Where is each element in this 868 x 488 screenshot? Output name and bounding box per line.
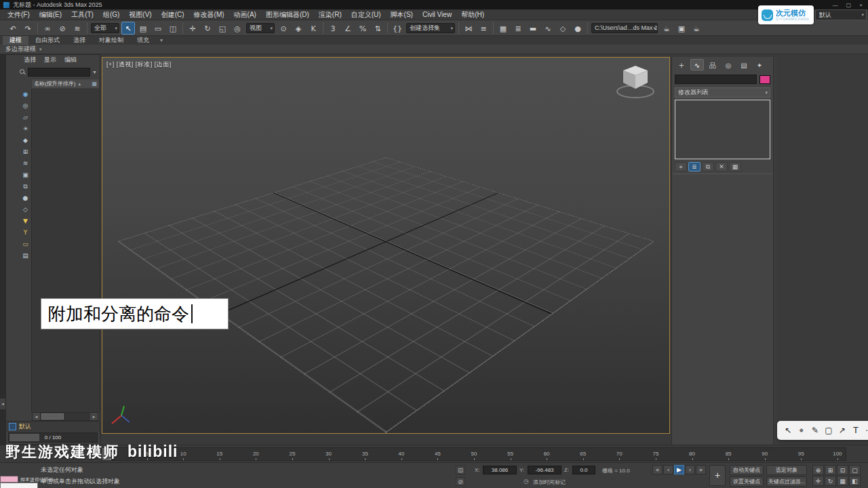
explorer-object-list[interactable] xyxy=(31,89,100,412)
pan-button[interactable]: ✛ xyxy=(812,476,824,486)
create-tab[interactable]: + xyxy=(675,59,688,70)
display-geometry-icon[interactable]: ◎ xyxy=(20,100,31,112)
zoom-button[interactable]: ⊕ xyxy=(812,465,824,475)
render-production-icon[interactable]: ☕ xyxy=(690,22,703,35)
hierarchy-tab[interactable]: 品 xyxy=(706,59,719,70)
sort-alphabetical-icon[interactable]: ▼ xyxy=(20,216,31,227)
bind-spacewarp-icon[interactable]: ≋ xyxy=(71,22,84,35)
undo-icon[interactable]: ↶ xyxy=(6,22,20,35)
minimize-button[interactable]: — xyxy=(833,2,838,8)
toolbar-separator[interactable] xyxy=(87,22,87,34)
display-cameras-icon[interactable]: ◆ xyxy=(20,135,31,146)
use-pivot-center-icon[interactable]: ⊙ xyxy=(277,22,290,35)
arrow-icon[interactable]: ↗ xyxy=(837,426,848,435)
toolbar-separator[interactable] xyxy=(323,22,323,34)
menu-create[interactable]: 创建(C) xyxy=(157,9,189,20)
menu-file[interactable]: 文件(F) xyxy=(3,9,35,20)
motion-tab[interactable]: ◎ xyxy=(722,59,735,70)
set-key-mode-button[interactable]: 设置关键点 xyxy=(730,476,764,487)
scrollbar-track[interactable] xyxy=(40,413,90,420)
window-crossing-icon[interactable]: ◫ xyxy=(166,22,180,35)
explorer-search-input[interactable] xyxy=(28,68,90,77)
coord-z-field[interactable]: 0.0 xyxy=(572,466,595,474)
menu-edit[interactable]: 编辑(E) xyxy=(35,9,66,20)
go-to-end-button[interactable]: » xyxy=(696,465,706,474)
mirror-icon[interactable]: ⋈ xyxy=(462,22,475,35)
explorer-range-slider[interactable]: 0 / 100 xyxy=(8,432,98,443)
menu-views[interactable]: 视图(V) xyxy=(124,9,156,20)
rendered-frame-icon[interactable]: ▣ xyxy=(675,22,688,35)
orbit-button[interactable]: ↻ xyxy=(825,476,836,486)
toolbar-separator[interactable] xyxy=(458,22,459,34)
edit-named-sets-icon[interactable]: {} xyxy=(391,22,404,35)
remove-modifier-icon[interactable]: ✕ xyxy=(715,162,728,171)
play-button[interactable]: ▶ xyxy=(674,465,684,474)
select-manipulate-icon[interactable]: ◈ xyxy=(292,22,305,35)
ribbon-tab-populate[interactable]: 填充 xyxy=(130,36,156,45)
polygon-modeling-panel[interactable]: 多边形建模 xyxy=(0,45,42,54)
pen-icon[interactable]: ✎ xyxy=(810,426,821,435)
show-end-result-icon[interactable]: ≣ xyxy=(688,162,701,171)
zoom-region-button[interactable]: ▢ xyxy=(849,465,861,475)
toolbar-separator[interactable] xyxy=(37,22,38,34)
viewport-label[interactable]: [+] [透视] [标准] [边面] xyxy=(106,60,172,69)
display-all-icon[interactable]: ◉ xyxy=(20,89,31,100)
ribbon-tab-modeling[interactable]: 建模 xyxy=(3,36,28,45)
unlink-icon[interactable]: ⊘ xyxy=(56,22,69,35)
mini-listener-pane[interactable] xyxy=(0,483,38,488)
new-folder-icon[interactable]: ▭ xyxy=(20,239,31,250)
snap-toggle-icon[interactable]: 3 xyxy=(326,22,340,35)
coord-y-field[interactable]: -96.483 xyxy=(528,466,561,474)
select-object-icon[interactable]: ↖ xyxy=(121,22,135,35)
maximize-button[interactable]: ▢ xyxy=(846,2,852,8)
ribbon-tab-freeform[interactable]: 自由形式 xyxy=(28,36,66,45)
project-folder-field[interactable]: C:\Users\ad…ds Max 2025 xyxy=(591,23,658,33)
select-link-icon[interactable]: ∞ xyxy=(41,22,54,35)
display-shapes-icon[interactable]: ▱ xyxy=(20,112,31,123)
utilities-tab[interactable]: ✦ xyxy=(753,59,766,70)
object-name-field[interactable] xyxy=(675,75,757,84)
scroll-right-icon[interactable]: ▸ xyxy=(90,413,98,420)
layer-manager-icon[interactable]: ≣ xyxy=(511,22,525,35)
display-groups-icon[interactable]: ▣ xyxy=(20,169,31,181)
menu-civil-view[interactable]: Civil View xyxy=(418,9,456,20)
select-move-icon[interactable]: ✛ xyxy=(186,22,199,35)
select-scale-icon[interactable]: ◱ xyxy=(216,22,229,35)
search-filter-icon[interactable]: ▼ xyxy=(92,70,97,75)
ribbon-toggle-icon[interactable]: ▬ xyxy=(526,22,540,35)
redo-icon[interactable]: ↷ xyxy=(21,22,35,35)
display-spacewarps-icon[interactable]: ≋ xyxy=(20,158,31,169)
viewport-layout-button[interactable]: ◧ xyxy=(849,476,861,486)
modifier-list-dropdown[interactable]: 修改器列表 xyxy=(675,87,770,98)
ribbon-tab-selection[interactable]: 选择 xyxy=(66,36,92,45)
menu-scripting[interactable]: 脚本(S) xyxy=(386,9,418,20)
next-frame-button[interactable]: › xyxy=(685,465,695,474)
ribbon-minimize-button[interactable]: ▾ xyxy=(160,36,163,45)
display-xrefs-icon[interactable]: ⧉ xyxy=(20,181,31,192)
workspace-dropdown[interactable]: 默认 xyxy=(815,9,867,20)
select-by-name-icon[interactable]: ▤ xyxy=(136,22,150,35)
render-setup-icon[interactable]: ☕ xyxy=(660,22,673,35)
configure-modifier-sets-icon[interactable]: ▦ xyxy=(729,162,741,171)
explorer-menu-display[interactable]: 显示 xyxy=(40,55,60,65)
selection-lock-toggle[interactable]: ⊘ xyxy=(456,477,465,486)
close-button[interactable]: × xyxy=(859,2,863,8)
display-bones-icon[interactable]: ◇ xyxy=(20,204,31,216)
rect-selection-region-icon[interactable]: ▭ xyxy=(151,22,165,35)
object-color-swatch[interactable] xyxy=(760,75,770,84)
toolbar-separator[interactable] xyxy=(493,22,494,34)
zoom-all-button[interactable]: ⊞ xyxy=(825,465,836,475)
material-editor-icon[interactable]: ● xyxy=(571,22,585,35)
menu-graph-editors[interactable]: 图形编辑器(D) xyxy=(261,9,314,20)
select-rotate-icon[interactable]: ↻ xyxy=(201,22,214,35)
schematic-view-icon[interactable]: ◇ xyxy=(556,22,570,35)
toolbar-separator[interactable] xyxy=(387,22,388,34)
angle-snap-icon[interactable]: ∠ xyxy=(341,22,355,35)
named-sets-dropdown[interactable]: 创建选择集 xyxy=(406,23,455,33)
filter-combinations-icon[interactable]: Y xyxy=(20,227,31,239)
menu-help[interactable]: 帮助(H) xyxy=(456,9,489,20)
align-icon[interactable]: ≡ xyxy=(477,22,490,35)
display-tab[interactable]: ▤ xyxy=(737,59,751,70)
go-to-start-button[interactable]: « xyxy=(652,465,663,474)
explorer-menu-select[interactable]: 选择 xyxy=(20,55,40,65)
